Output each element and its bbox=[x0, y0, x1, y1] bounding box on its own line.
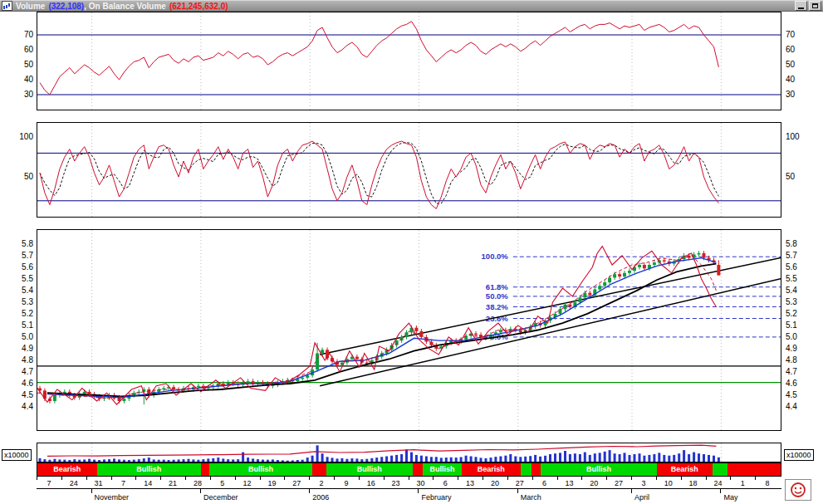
month-label: November bbox=[95, 493, 130, 502]
date-label: 20 bbox=[581, 479, 606, 487]
month-tick bbox=[91, 489, 92, 493]
signal-bearish-segment bbox=[532, 463, 541, 476]
signal-bearish-segment: Bearish bbox=[37, 463, 97, 476]
y-axis-label: 50 bbox=[786, 172, 822, 181]
y-axis-label: 5.2 bbox=[0, 309, 33, 318]
date-label: 31 bbox=[86, 479, 111, 487]
date-label: 5 bbox=[210, 479, 235, 487]
y-axis-label: 30 bbox=[0, 90, 33, 99]
y-axis-label: 50 bbox=[0, 60, 33, 69]
date-label: 21 bbox=[160, 479, 185, 487]
volume-chart bbox=[37, 443, 781, 462]
volume-scale-label: x10000 bbox=[784, 449, 814, 461]
y-axis-label: 50 bbox=[786, 60, 822, 69]
y-axis-label: 50 bbox=[0, 172, 33, 181]
month-tick bbox=[720, 489, 721, 493]
y-axis-label: 60 bbox=[0, 45, 33, 54]
date-label: 13 bbox=[458, 479, 483, 487]
date-label: 7 bbox=[111, 479, 136, 487]
y-axis-label: 100 bbox=[786, 132, 822, 141]
date-label: 6 bbox=[532, 479, 557, 487]
svg-text:23.6%: 23.6% bbox=[486, 314, 508, 323]
date-label: 23 bbox=[384, 479, 409, 487]
date-label: 1 bbox=[730, 479, 755, 487]
date-axis-months: NovemberDecember2006FebruaryMarchAprilMa… bbox=[37, 489, 781, 504]
y-axis-label: 5.0 bbox=[0, 332, 33, 341]
y-axis-label: 4.9 bbox=[786, 344, 822, 353]
volume-title: Volume bbox=[16, 2, 45, 11]
y-axis-label: 5.4 bbox=[786, 286, 822, 295]
signal-bullish-segment: Bullish bbox=[209, 463, 312, 476]
svg-text:61.8%: 61.8% bbox=[486, 282, 508, 291]
y-axis-label: 5.1 bbox=[786, 321, 822, 330]
volume-titlebar[interactable]: Volume (322,108) , On Balance Volume (62… bbox=[0, 0, 823, 12]
y-axis-label: 5.8 bbox=[0, 239, 33, 248]
date-label: 18 bbox=[681, 479, 706, 487]
svg-text:38.2%: 38.2% bbox=[486, 302, 508, 311]
expert-signal-ribbon: BearishBullishBullishBullishBullishBeari… bbox=[37, 462, 781, 477]
volume-chart-area[interactable] bbox=[37, 443, 781, 462]
y-axis-label: 5.3 bbox=[786, 297, 822, 306]
month-label: 2006 bbox=[312, 493, 329, 502]
y-axis-label: 4.7 bbox=[0, 367, 33, 376]
y-axis-label: 5.5 bbox=[786, 274, 822, 283]
smiley-icon bbox=[789, 481, 807, 499]
svg-text:50.0%: 50.0% bbox=[486, 291, 508, 301]
y-axis-label: 4.9 bbox=[0, 344, 33, 353]
signal-bearish-segment: Bearish bbox=[657, 463, 713, 476]
date-label: 24 bbox=[706, 479, 731, 487]
y-axis-label: 4.6 bbox=[786, 379, 822, 388]
y-axis-label: 5.6 bbox=[0, 262, 33, 272]
date-label: 20 bbox=[483, 479, 507, 487]
date-label: 6 bbox=[433, 479, 458, 487]
y-axis-label: 5.7 bbox=[0, 251, 33, 260]
y-axis-label: 70 bbox=[786, 30, 822, 39]
y-axis-label: 5.5 bbox=[0, 274, 33, 283]
volume-value: (322,108) bbox=[48, 2, 84, 11]
candlestick-chart: 100.0%61.8%50.0%38.2%23.6%0.0% bbox=[37, 230, 781, 430]
date-label: 27 bbox=[606, 479, 631, 487]
y-axis-label: 4.5 bbox=[0, 390, 33, 399]
date-label: 3 bbox=[631, 479, 656, 487]
month-label: April bbox=[634, 493, 649, 502]
date-label: 7 bbox=[37, 479, 61, 487]
date-label: 14 bbox=[135, 479, 160, 487]
stochastic-chart-area[interactable] bbox=[37, 122, 781, 218]
maximize-icon bbox=[812, 3, 818, 8]
volume-scale-label: x10000 bbox=[2, 449, 32, 461]
date-label: 16 bbox=[359, 479, 384, 487]
price-chart-area[interactable]: 100.0%61.8%50.0%38.2%23.6%0.0% bbox=[37, 229, 781, 431]
month-label: March bbox=[521, 493, 541, 502]
y-axis-label: 5.6 bbox=[786, 262, 822, 272]
signal-bullish-segment: Bullish bbox=[97, 463, 201, 476]
y-axis-label: 40 bbox=[0, 75, 33, 84]
signal-bullish-segment bbox=[713, 463, 728, 476]
y-axis-label: 4.8 bbox=[786, 355, 822, 365]
y-axis-label: 4.4 bbox=[0, 402, 33, 411]
month-tick bbox=[309, 489, 310, 493]
expert-advisor-button[interactable] bbox=[785, 479, 811, 501]
date-axis-days: 7243171421285121927291623306132027613202… bbox=[37, 477, 781, 489]
obv-value: (621,245,632.0) bbox=[169, 2, 228, 11]
date-label: 8 bbox=[755, 479, 780, 487]
y-axis-label: 4.6 bbox=[0, 379, 33, 388]
month-label: May bbox=[723, 493, 737, 502]
month-tick bbox=[200, 489, 201, 493]
y-axis-label: 4.8 bbox=[0, 355, 33, 365]
month-tick bbox=[517, 489, 518, 493]
date-label: 30 bbox=[409, 479, 434, 487]
minimize-button[interactable] bbox=[795, 1, 807, 11]
month-label: December bbox=[203, 493, 238, 502]
date-label: 10 bbox=[656, 479, 681, 487]
svg-text:100.0%: 100.0% bbox=[482, 252, 509, 261]
y-axis-label: 40 bbox=[786, 75, 822, 84]
rsi-chart-area[interactable] bbox=[37, 12, 781, 110]
signal-bullish-segment: Bullish bbox=[423, 463, 462, 476]
chart-icon bbox=[2, 1, 12, 11]
signal-bullish-segment: Bullish bbox=[541, 463, 657, 476]
maximize-button[interactable] bbox=[809, 1, 821, 11]
month-tick bbox=[418, 489, 419, 493]
signal-bearish-segment bbox=[727, 463, 781, 476]
date-label: 19 bbox=[260, 479, 285, 487]
y-axis-label: 100 bbox=[0, 132, 33, 141]
